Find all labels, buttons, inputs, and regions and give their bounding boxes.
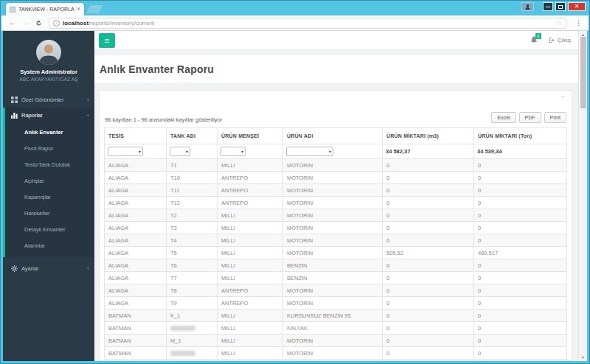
table-cell: T10	[167, 172, 218, 184]
reload-icon[interactable]	[35, 20, 42, 27]
sidebar-item-kapan-lar[interactable]: Kapanışlar	[5, 189, 94, 206]
report-table: TESİSTANK ADIÜRÜN MENŞEİÜRÜN ADIÜRÜN MİK…	[104, 127, 567, 361]
table-cell: BENZIN	[283, 259, 383, 272]
table-row: ALIAGAT11ANTREPOMOTORIN00	[105, 184, 567, 197]
address-bar[interactable]: i localhost/reports/inventory/current ☆	[49, 18, 566, 29]
table-cell: MILLI	[218, 234, 283, 247]
column-header-tank-adi[interactable]: TANK ADI	[167, 128, 218, 144]
table-cell: 505,52	[383, 247, 474, 259]
forward-icon[interactable]: →	[22, 19, 30, 27]
new-tab-button[interactable]	[86, 5, 103, 13]
table-cell: 0	[474, 259, 567, 272]
table-cell: 0	[474, 272, 567, 284]
filter-select-tank-adi[interactable]: ▾	[170, 147, 190, 156]
page-info-icon[interactable]: i	[53, 20, 60, 27]
table-cell: MOTORIN	[283, 247, 383, 259]
sidebar-item-detayl-envanter[interactable]: Detaylı Envanter	[5, 222, 94, 238]
browser-tab[interactable]: TANKVIEW - RAPORLAR ×	[6, 3, 84, 15]
page-scrollbar[interactable]: ▲ ▼	[578, 31, 587, 361]
app-root: System Administrator ABC AKARYAKIT/GAZ A…	[3, 31, 587, 361]
table-cell: 0	[383, 234, 474, 247]
maximize-button[interactable]	[555, 2, 566, 11]
table-cell: 0	[474, 222, 567, 234]
table-row: ALIAGAT1MILLIMOTORIN00	[105, 159, 567, 172]
table-cell: MILLI	[218, 309, 283, 322]
table-cell: T12	[167, 197, 218, 209]
table-row: ALIAGAT2MILLIMOTORIN00	[105, 209, 567, 222]
sidebar-item-alarmlar[interactable]: Alarmlar	[5, 238, 94, 254]
column-header-r-n-adi[interactable]: ÜRÜN ADI	[283, 128, 383, 144]
tab-close-icon[interactable]: ×	[77, 6, 80, 13]
table-cell: ANTREPO	[218, 297, 283, 309]
sidebar-item-anl-k-envanter[interactable]: Anlık Envanter	[5, 125, 94, 141]
back-icon[interactable]: ←	[9, 19, 16, 27]
column-header-tesi-s[interactable]: TESİS	[105, 128, 167, 144]
table-cell: MOTORIN	[283, 184, 383, 197]
page-title: Anlık Envanter Raporu	[100, 63, 214, 75]
table-cell: MOTORIN	[283, 335, 383, 347]
sidebar-item-hareketler[interactable]: Hareketler	[5, 206, 94, 222]
sidebar-toggle-button[interactable]: ≡	[99, 33, 115, 48]
filter-select-r-n-adi[interactable]: ▾	[286, 147, 333, 156]
browser-menu-icon[interactable]: ⋮	[573, 19, 584, 27]
table-cell: ALIAGA	[105, 184, 167, 197]
sidebar-item-tesis-tank-doluluk[interactable]: Tesis/Tank Doluluk	[5, 157, 94, 173]
column-header-r-n-mi-ktari-ton[interactable]: ÜRÜN MİKTARI (Ton)	[474, 128, 567, 144]
table-cell: MILLI	[218, 360, 283, 362]
app-navbar: ≡ 0 Çıkış	[94, 31, 578, 50]
table-cell: 0	[474, 172, 567, 184]
table-cell: 0	[383, 197, 474, 209]
logout-label: Çıkış	[558, 37, 571, 43]
sidebar-item-pivot-rapor[interactable]: Pivot Rapor	[5, 141, 94, 157]
table-cell: T11	[167, 184, 218, 197]
sidebar-item-ayarlar[interactable]: Ayarlar‹	[5, 261, 94, 276]
export-excel-button[interactable]: Excel	[491, 112, 516, 123]
panel-collapse-icon[interactable]: ›	[561, 96, 567, 98]
dropdown-caret-icon: ▾	[241, 149, 243, 155]
redacted-value	[170, 351, 195, 356]
bookmark-star-icon[interactable]: ☆	[556, 19, 562, 27]
table-cell: 0	[383, 335, 474, 347]
table-cell: MOTORIN	[283, 172, 383, 184]
table-cell: 0	[383, 297, 474, 309]
filter-select-r-n-men-ei[interactable]: ▾	[221, 147, 246, 156]
close-button[interactable]: ✕	[568, 2, 586, 11]
filter-select-tesi-s[interactable]: ▾	[108, 147, 143, 156]
table-cell: BATMAN	[105, 335, 167, 347]
table-cell	[167, 322, 218, 335]
table-row: ALIAGAT3MILLIMOTORIN00	[105, 222, 567, 234]
sidebar-item-label: Özet Görünümler	[21, 97, 64, 103]
table-cell: MOTORIN	[283, 360, 383, 362]
table-cell: 0	[474, 197, 567, 209]
records-info: 96 kayıttan 1 - 96 arasındaki kayıtlar g…	[105, 116, 222, 123]
logout-button[interactable]: Çıkış	[549, 37, 571, 43]
chevron-left-icon: ‹	[87, 97, 89, 103]
export-pdf-button[interactable]: PDF	[519, 112, 541, 123]
notifications-button[interactable]: 0	[530, 36, 538, 44]
user-panel: System Administrator ABC AKARYAKIT/GAZ A…	[3, 31, 94, 86]
scrollbar-thumb[interactable]	[580, 37, 586, 108]
scrollbar-down-icon[interactable]: ▼	[579, 355, 587, 360]
minimize-button[interactable]	[543, 2, 553, 11]
column-header-r-n-mi-ktari-m3[interactable]: ÜRÜN MİKTARI (m3)	[383, 128, 474, 144]
column-header-r-n-men-ei[interactable]: ÜRÜN MENŞEİ	[218, 128, 283, 144]
sidebar-item-a-l-lar[interactable]: Açılışlar	[5, 173, 94, 189]
export-print-button[interactable]: Print	[544, 112, 566, 123]
table-cell: 0	[474, 322, 567, 335]
browser-toolbar: ← → i localhost/reports/inventory/curren…	[1, 15, 589, 31]
table-cell: MOTORIN	[283, 297, 383, 309]
report-panel: › 96 kayıttan 1 - 96 arasındaki kayıtlar…	[99, 90, 572, 361]
sidebar-item-raporlar[interactable]: Raporlar‹	[5, 108, 94, 123]
browser-titlebar: TANKVIEW - RAPORLAR × ✕	[1, 1, 589, 15]
page-heading: Anlık Envanter Raporu	[94, 55, 578, 83]
sidebar-group-raporlar: Raporlar‹Anlık EnvanterPivot RaporTesis/…	[3, 108, 94, 257]
table-row: ALIAGAT8ANTREPOMOTORIN00	[105, 284, 567, 297]
table-cell: T9	[167, 297, 218, 309]
table-cell: MILLI	[218, 322, 283, 335]
browser-profile-button[interactable]	[521, 2, 534, 11]
table-cell: MILLI	[218, 247, 283, 259]
table-cell: 0	[474, 159, 567, 172]
table-cell: 0	[383, 184, 474, 197]
table-cell: ALIAGA	[105, 172, 167, 184]
sidebar-item-zet-g-r-n-mler[interactable]: Özet Görünümler‹	[5, 92, 94, 108]
